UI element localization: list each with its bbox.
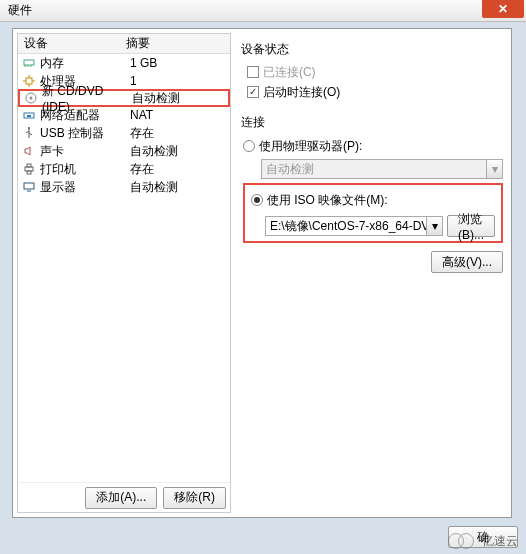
chevron-down-icon: ▾ [486,160,502,178]
cd-icon [24,91,38,105]
device-row-printer[interactable]: 打印机存在 [18,160,230,178]
svg-rect-17 [24,183,34,189]
memory-icon [22,56,36,70]
advanced-button[interactable]: 高级(V)... [431,251,503,273]
iso-path-value: E:\镜像\CentOS-7-x86_64-DVD [270,218,438,235]
svg-rect-15 [27,164,31,167]
use-physical-radio[interactable] [243,140,255,152]
browse-button[interactable]: 浏览(B)... [447,215,495,237]
connected-checkbox [247,66,259,78]
device-list[interactable]: 设备 摘要 内存1 GB处理器1新 CD/DVD (IDE)自动检测网络适配器N… [18,34,230,482]
device-row-cd[interactable]: 新 CD/DVD (IDE)自动检测 [18,89,230,107]
header-summary: 摘要 [122,35,230,52]
usb-icon [22,126,36,140]
device-summary: 存在 [126,161,230,178]
net-icon [22,108,36,122]
device-row-usb[interactable]: USB 控制器存在 [18,124,230,142]
watermark-text: 亿速云 [482,533,518,550]
device-name: 声卡 [40,143,126,160]
svg-point-13 [28,127,30,129]
connected-label: 已连接(C) [263,64,316,81]
list-header: 设备 摘要 [18,34,230,54]
chevron-down-icon[interactable]: ▾ [426,217,442,235]
svg-point-10 [30,97,33,100]
settings-pane: 设备状态 已连接(C) 启动时连接(O) 连接 使用物理驱动器(P): [231,33,507,513]
device-name: USB 控制器 [40,125,126,142]
physical-drive-combo: 自动检测 ▾ [261,159,503,179]
use-iso-label: 使用 ISO 映像文件(M): [267,192,388,209]
close-button[interactable]: ✕ [482,0,524,18]
watermark: 亿速云 [448,532,518,550]
use-physical-label: 使用物理驱动器(P): [259,138,362,155]
cpu-icon [22,74,36,88]
header-device: 设备 [18,35,122,52]
device-row-memory[interactable]: 内存1 GB [18,54,230,72]
connect-on-start-label: 启动时连接(O) [263,84,340,101]
connection-title: 连接 [241,114,503,131]
iso-highlight-box: 使用 ISO 映像文件(M): E:\镜像\CentOS-7-x86_64-DV… [243,183,503,243]
svg-rect-14 [25,167,33,171]
window-title: 硬件 [8,2,32,19]
connect-on-start-checkbox[interactable] [247,86,259,98]
device-name: 显示器 [40,179,126,196]
device-name: 内存 [40,55,126,72]
device-row-display[interactable]: 显示器自动检测 [18,178,230,196]
svg-rect-12 [27,115,31,117]
device-summary: 自动检测 [128,90,228,107]
add-button[interactable]: 添加(A)... [85,487,157,509]
physical-drive-value: 自动检测 [266,161,314,178]
iso-path-combo[interactable]: E:\镜像\CentOS-7-x86_64-DVD ▾ [265,216,443,236]
remove-button[interactable]: 移除(R) [163,487,226,509]
display-icon [22,180,36,194]
device-summary: 1 [126,74,230,88]
device-summary: NAT [126,108,230,122]
device-row-sound[interactable]: 声卡自动检测 [18,142,230,160]
device-pane: 设备 摘要 内存1 GB处理器1新 CD/DVD (IDE)自动检测网络适配器N… [17,33,231,513]
device-name: 打印机 [40,161,126,178]
svg-rect-16 [27,171,31,174]
svg-rect-0 [24,60,34,65]
device-row-net[interactable]: 网络适配器NAT [18,106,230,124]
device-summary: 自动检测 [126,179,230,196]
device-status-title: 设备状态 [241,41,503,58]
sound-icon [22,144,36,158]
device-summary: 自动检测 [126,143,230,160]
watermark-icon [448,532,478,550]
hardware-dialog: 设备 摘要 内存1 GB处理器1新 CD/DVD (IDE)自动检测网络适配器N… [12,28,512,518]
close-icon: ✕ [498,2,508,16]
svg-rect-4 [26,78,32,84]
device-summary: 1 GB [126,56,230,70]
device-name: 网络适配器 [40,107,126,124]
device-summary: 存在 [126,125,230,142]
use-iso-radio[interactable] [251,194,263,206]
printer-icon [22,162,36,176]
